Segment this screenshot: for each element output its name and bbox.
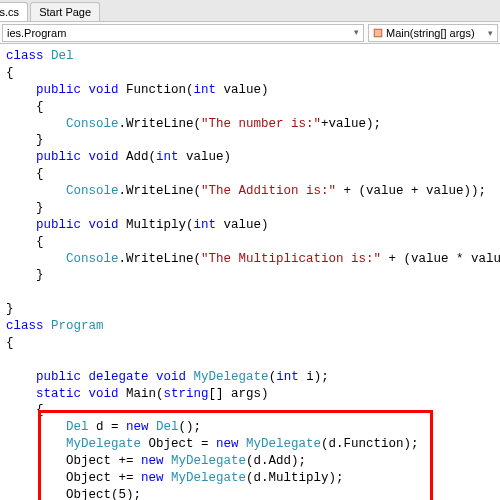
code-token: new	[141, 471, 164, 485]
code-token: void	[89, 150, 119, 164]
code-token: (	[269, 370, 277, 384]
tab-bar: ies.cs Start Page	[0, 0, 500, 22]
class-dropdown-label: ies.Program	[7, 27, 66, 39]
tab-file-cs[interactable]: ies.cs	[0, 2, 28, 21]
code-token: (d.Multiply);	[246, 471, 344, 485]
nav-bar: ies.Program ▾ Main(string[] args) ▾	[0, 22, 500, 44]
code-token: Console	[66, 117, 119, 131]
code-token: "The Addition is:"	[201, 184, 336, 198]
code-token: {	[6, 167, 44, 181]
code-token	[6, 420, 66, 434]
code-token: Del	[66, 420, 89, 434]
method-dropdown[interactable]: Main(string[] args) ▾	[368, 24, 498, 42]
code-token: "The Multiplication is:"	[201, 252, 381, 266]
code-token: class	[6, 49, 44, 63]
code-token: void	[89, 83, 119, 97]
code-token: {	[6, 66, 14, 80]
code-token: int	[156, 150, 179, 164]
code-token: + (value + value));	[336, 184, 486, 198]
code-token: void	[89, 387, 119, 401]
code-editor[interactable]: class Del { public void Function(int val…	[0, 44, 500, 500]
code-token: Console	[66, 252, 119, 266]
code-token	[6, 437, 66, 451]
code-token: delegate	[89, 370, 149, 384]
method-dropdown-label: Main(string[] args)	[386, 27, 475, 39]
code-token: value)	[179, 150, 232, 164]
code-token: Del	[156, 420, 179, 434]
code-token: Main(	[126, 387, 164, 401]
method-icon	[373, 28, 383, 38]
code-token: int	[276, 370, 299, 384]
code-token: new	[141, 454, 164, 468]
code-token: .WriteLine(	[119, 117, 202, 131]
code-token: int	[194, 83, 217, 97]
code-token: Del	[51, 49, 74, 63]
code-token: }	[6, 268, 44, 282]
code-token: {	[6, 403, 44, 417]
chevron-down-icon: ▾	[354, 27, 359, 37]
code-token: public	[36, 83, 81, 97]
code-token: Multiply(	[126, 218, 194, 232]
class-dropdown[interactable]: ies.Program ▾	[2, 24, 364, 42]
code-token: Object =	[141, 437, 216, 451]
code-token: Console	[66, 184, 119, 198]
code-token	[6, 252, 66, 266]
code-token: + (value * value));	[381, 252, 500, 266]
code-token: MyDelegate	[171, 454, 246, 468]
code-token: int	[194, 218, 217, 232]
code-token: +value);	[321, 117, 381, 131]
code-token: public	[36, 370, 81, 384]
code-token: public	[36, 218, 81, 232]
code-token: {	[6, 100, 44, 114]
code-token: new	[216, 437, 239, 451]
code-token: void	[89, 218, 119, 232]
code-token: .WriteLine(	[119, 252, 202, 266]
code-token: static	[36, 387, 81, 401]
code-token: MyDelegate	[66, 437, 141, 451]
code-token: {	[6, 235, 44, 249]
code-token: .WriteLine(	[119, 184, 202, 198]
code-token: MyDelegate	[171, 471, 246, 485]
code-token: Object +=	[6, 471, 141, 485]
code-token: Object +=	[6, 454, 141, 468]
code-token: Program	[51, 319, 104, 333]
code-token: }	[6, 133, 44, 147]
code-token: Add(	[126, 150, 156, 164]
code-token: MyDelegate	[246, 437, 321, 451]
code-token: {	[6, 336, 14, 350]
code-token: value)	[216, 83, 269, 97]
code-token: Object(5);	[6, 488, 141, 500]
tab-start-page[interactable]: Start Page	[30, 2, 100, 21]
code-token: (d.Add);	[246, 454, 306, 468]
code-token: (d.Function);	[321, 437, 419, 451]
code-token: ();	[179, 420, 202, 434]
code-token: i);	[299, 370, 329, 384]
code-token: d =	[89, 420, 127, 434]
code-token: "The number is:"	[201, 117, 321, 131]
code-token: string	[164, 387, 209, 401]
code-token: class	[6, 319, 44, 333]
code-token	[6, 117, 66, 131]
code-token: }	[6, 302, 14, 316]
code-token: MyDelegate	[194, 370, 269, 384]
code-token: void	[156, 370, 186, 384]
code-token: public	[36, 150, 81, 164]
code-token	[6, 184, 66, 198]
code-token: }	[6, 201, 44, 215]
code-token: Function(	[126, 83, 194, 97]
svg-rect-1	[375, 30, 381, 36]
code-token: new	[126, 420, 149, 434]
code-token: [] args)	[209, 387, 269, 401]
code-token: value)	[216, 218, 269, 232]
chevron-down-icon: ▾	[488, 28, 493, 38]
